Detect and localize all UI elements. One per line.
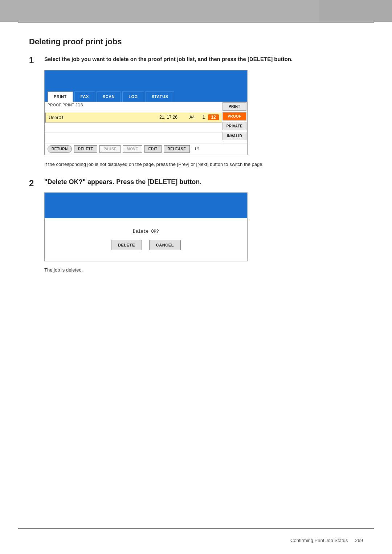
footer-text: Confirming Print Job Status 269 — [290, 538, 363, 543]
step-2-content: "Delete OK?" appears. Press the [DELETE]… — [44, 178, 363, 273]
release-button[interactable]: RELEASE — [164, 145, 190, 153]
dialog-question: Delete OK? — [133, 229, 159, 234]
dialog-cancel-button[interactable]: CANCEL — [149, 240, 181, 250]
tab-status[interactable]: STATUS — [146, 91, 175, 102]
delete-button-step1[interactable]: DELETE — [74, 145, 97, 153]
dialog-ui: Delete OK? DELETE CANCEL — [44, 192, 248, 261]
footer-page: 269 — [355, 538, 363, 543]
step-1-instruction: Select the job you want to delete on the… — [44, 55, 363, 64]
job-row-empty-1 — [45, 123, 222, 133]
printer-ui-body: PROOF PRINT JOB User01 21, 17:26 A4 1 12 — [45, 102, 247, 143]
step-2-number: 2 — [29, 178, 42, 189]
page-indicator: 1/1 — [194, 147, 200, 151]
top-bar-right — [319, 0, 392, 22]
step-1: 1 Select the job you want to delete on t… — [29, 55, 363, 168]
tab-print[interactable]: PRINT — [48, 91, 73, 102]
job-num: 12 — [208, 114, 219, 120]
printer-ui-header — [45, 70, 247, 89]
step-1-number: 1 — [29, 55, 42, 66]
job-name: User01 — [49, 115, 152, 120]
edit-button[interactable]: EDIT — [144, 145, 162, 153]
sidebar-btn-print[interactable]: PRINT — [222, 102, 246, 111]
note-text-step1: If the corresponding job is not displaye… — [44, 161, 363, 168]
job-paper: A4 — [185, 115, 199, 120]
dialog-buttons: DELETE CANCEL — [111, 240, 181, 250]
tab-log[interactable]: LOG — [122, 91, 144, 102]
post-text: The job is deleted. — [44, 267, 363, 273]
sidebar-btn-invalid[interactable]: INVALID — [222, 132, 246, 140]
pause-button: PAUSE — [99, 145, 121, 153]
job-row-empty-2 — [45, 133, 222, 143]
tab-scan[interactable]: SCAN — [97, 91, 121, 102]
step-1-content: Select the job you want to delete on the… — [44, 55, 363, 168]
dialog-body: Delete OK? DELETE CANCEL — [45, 218, 247, 261]
job-time: 21, 17:26 — [152, 115, 185, 120]
bottom-rule — [18, 528, 374, 529]
content: Deleting proof print jobs 1 Select the j… — [0, 23, 392, 305]
tab-fax[interactable]: FAX — [74, 91, 95, 102]
footer-label: Confirming Print Job Status — [290, 538, 348, 543]
separator-line — [45, 110, 222, 110]
page-title: Deleting proof print jobs — [29, 37, 363, 46]
printer-ui-step1: PRINT FAX SCAN LOG STATUS PROOF PRINT JO… — [44, 70, 248, 155]
proof-print-label: PROOF PRINT JOB — [45, 102, 222, 108]
printer-ui-sidebar: PRINT PROOF PRIVATE INVALID — [222, 102, 247, 143]
return-button[interactable]: RETURN — [48, 145, 72, 153]
step-2-instruction: "Delete OK?" appears. Press the [DELETE]… — [44, 178, 363, 186]
job-row-selected[interactable]: User01 21, 17:26 A4 1 12 — [45, 113, 222, 123]
dialog-header — [45, 193, 247, 218]
step-2: 2 "Delete OK?" appears. Press the [DELET… — [29, 178, 363, 273]
top-bar — [0, 0, 392, 22]
dialog-delete-button[interactable]: DELETE — [111, 240, 142, 250]
printer-ui-tabs: PRINT FAX SCAN LOG STATUS — [45, 89, 247, 102]
footer: Confirming Print Job Status 269 — [0, 538, 392, 543]
sidebar-btn-private[interactable]: PRIVATE — [222, 122, 246, 130]
move-button: MOVE — [123, 145, 142, 153]
printer-ui-footer: RETURN DELETE PAUSE MOVE EDIT RELEASE 1/… — [45, 143, 247, 155]
printer-ui-main: PROOF PRINT JOB User01 21, 17:26 A4 1 12 — [45, 102, 222, 143]
sidebar-btn-proof[interactable]: PROOF — [222, 112, 246, 121]
job-copies: 1 — [199, 115, 208, 120]
